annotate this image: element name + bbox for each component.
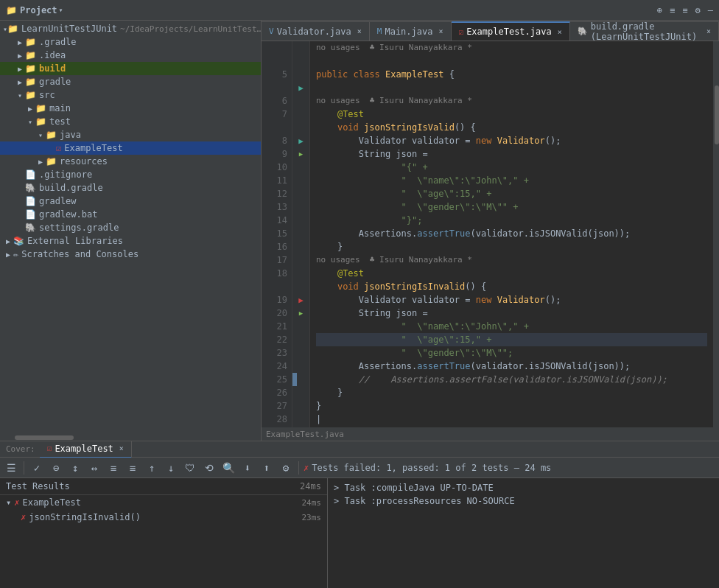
sidebar-item-resources[interactable]: ▶ 📁 resources: [0, 155, 261, 168]
sidebar-item-gradlewbat[interactable]: 📄 gradlew.bat: [0, 208, 261, 221]
tab-close-buildgradle[interactable]: ×: [706, 27, 711, 35]
tab-icon: ☑: [459, 27, 464, 37]
add-icon[interactable]: ⊕: [657, 5, 662, 15]
tab-close-main[interactable]: ×: [438, 27, 443, 35]
sidebar-item-buildgradle[interactable]: 🐘 build.gradle: [0, 181, 261, 195]
code-line-26: Assertions.assertTrue(validator.isJSONVa…: [316, 360, 707, 373]
expand-icon[interactable]: ↔: [86, 460, 102, 476]
sidebar-item-java[interactable]: ▾ 📁 java: [0, 128, 261, 141]
up-icon[interactable]: ↑: [144, 460, 160, 476]
collapse-icon[interactable]: ≡: [682, 5, 687, 15]
folder-icon: 📁: [35, 103, 46, 113]
folder-icon: 📁: [25, 50, 36, 60]
code-line-28: }: [316, 386, 707, 399]
output-line-1: > Task :compileJava UP-TO-DATE: [334, 481, 713, 494]
sidebar-item-extlibs[interactable]: ▶ 📚 External Libraries: [0, 234, 261, 248]
editor-content: 5 6 7 8 9 10 11 12 13 14 15 16 17 18 19 …: [262, 41, 719, 427]
list-icon[interactable]: ≡: [105, 460, 122, 476]
run-button-class[interactable]: ▶: [292, 81, 309, 94]
sidebar-item-idea[interactable]: ▶ 📁 .idea: [0, 49, 261, 62]
tree-label: .gradle: [39, 37, 77, 47]
sidebar-item-scratches[interactable]: ▶ ✏ Scratches and Consoles: [0, 248, 261, 261]
tab-close-exampletest[interactable]: ×: [558, 28, 562, 36]
test-results-duration: 24ms: [300, 481, 321, 491]
run-button-method2[interactable]: ▶: [292, 293, 309, 307]
gutter-item: [292, 240, 309, 253]
top-bar-dropdown[interactable]: ▾: [59, 6, 63, 14]
shield-icon[interactable]: 🛡: [182, 460, 198, 476]
run-red-icon: ▶: [298, 295, 304, 305]
export-icon[interactable]: ⬆: [259, 460, 275, 476]
scrollbar-thumb[interactable]: [15, 435, 74, 440]
sidebar-item-root[interactable]: ▾ 📁 LearnUnitTestJUnit ~/IdeaProjects/Le…: [0, 22, 261, 35]
gutter-item: [292, 94, 309, 108]
editor-area: V Validator.java × M Main.java × ☑ Examp…: [262, 21, 719, 441]
structure-icon[interactable]: ≡: [670, 5, 675, 15]
sort-icon[interactable]: ↕: [67, 460, 83, 476]
tab-buildgradle[interactable]: 🐘 build.gradle (LearnUnitTestJUnit) ×: [570, 21, 719, 41]
gutter-item: [292, 346, 309, 360]
vertical-scrollbar[interactable]: [713, 41, 719, 427]
code-line-22: String json =: [316, 307, 707, 320]
test-fail-icon: ✗: [14, 497, 19, 508]
sidebar-item-exampletest[interactable]: ☑ ExampleTest: [0, 141, 261, 155]
code-line-23: " \"name\":\"John\"," +: [316, 320, 707, 333]
line-num: 11: [266, 174, 287, 187]
sidebar-item-src[interactable]: ▾ 📁 src: [0, 88, 261, 102]
line-num: 6: [266, 94, 287, 108]
line-num: [266, 280, 287, 293]
tab-exampletest[interactable]: ☑ ExampleTest.java ×: [452, 21, 570, 41]
tab-validator[interactable]: V Validator.java ×: [262, 21, 370, 41]
folder-icon: 📁: [25, 77, 36, 87]
code-area[interactable]: no usages ♣ Isuru Nanayakkara * public c…: [310, 41, 713, 427]
line-num: 25: [266, 373, 287, 386]
arrow-icon: ▾: [25, 118, 35, 126]
sidebar-item-gradlew[interactable]: 📄 gradlew: [0, 195, 261, 208]
gear-icon[interactable]: ⚙: [278, 460, 294, 476]
tab-close-validator[interactable]: ×: [357, 27, 362, 35]
minimize-icon[interactable]: —: [708, 5, 713, 15]
repeat-icon[interactable]: ⟲: [201, 460, 217, 476]
tree-label: ExampleTest: [64, 143, 122, 153]
down-icon[interactable]: ↓: [163, 460, 179, 476]
import-icon[interactable]: ⬇: [239, 460, 256, 476]
tab-close[interactable]: ×: [119, 444, 124, 452]
sidebar-item-main[interactable]: ▶ 📁 main: [0, 102, 261, 115]
meta-line: no usages ♣ Isuru Nanayakkara *: [316, 41, 707, 55]
gutter-item: [292, 121, 309, 134]
line-num: [266, 121, 287, 134]
search-icon[interactable]: 🔍: [220, 460, 236, 476]
test-item-label: ExampleTest: [22, 497, 80, 508]
gutter-item: [292, 161, 309, 174]
settings-icon[interactable]: ⚙: [695, 5, 701, 15]
folder-icon: 📁: [25, 37, 36, 47]
sidebar-item-gradle-hidden[interactable]: ▶ 📁 .gradle: [0, 35, 261, 49]
gutter-item: [292, 227, 309, 240]
list2-icon[interactable]: ≡: [124, 460, 141, 476]
scrollbar-thumb[interactable]: [715, 85, 719, 144]
folder-icon: 📁: [7, 24, 18, 34]
code-line-24: " \"age\":15," +: [316, 333, 707, 346]
test-item-exampletest[interactable]: ▾ ✗ ExampleTest 24ms: [0, 495, 327, 510]
sidebar-item-gitignore[interactable]: 📄 .gitignore: [0, 168, 261, 181]
sidebar-toggle-icon[interactable]: ☰: [3, 462, 19, 474]
code-line-5: [316, 55, 707, 68]
check-icon[interactable]: ✓: [29, 460, 45, 476]
tree-arrow-icon: ▾: [6, 497, 11, 508]
file-icon: 📄: [25, 169, 36, 180]
gutter-item: [292, 333, 309, 346]
arrow-icon: ▶: [25, 105, 35, 113]
tab-main[interactable]: M Main.java ×: [370, 21, 452, 41]
arrow-icon: ▶: [15, 38, 25, 46]
arrow-icon: ▶: [299, 309, 303, 317]
sidebar-item-build[interactable]: ▶ 📁 build: [0, 62, 261, 75]
run-button-method1[interactable]: ▶: [292, 134, 309, 147]
test-item-child-label: jsonStringIsInvalid(): [29, 512, 141, 522]
sidebar-item-test[interactable]: ▾ 📁 test: [0, 115, 261, 128]
gutter-item: [292, 399, 309, 413]
stop-icon[interactable]: ⊖: [48, 460, 64, 476]
bottom-tab-exampletest[interactable]: ☑ ExampleTest ×: [40, 441, 132, 458]
test-item-json-invalid[interactable]: ✗ jsonStringIsInvalid() 23ms: [0, 510, 327, 525]
sidebar-item-gradle2[interactable]: ▶ 📁 gradle: [0, 75, 261, 88]
sidebar-item-settings[interactable]: 🐘 settings.gradle: [0, 221, 261, 234]
